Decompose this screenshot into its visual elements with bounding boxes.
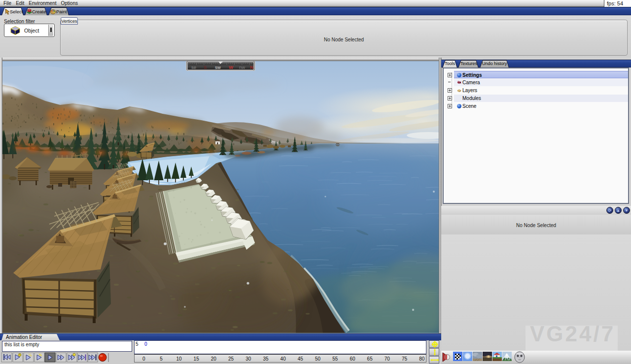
- svg-text:nw: nw: [239, 65, 245, 70]
- svg-text:S: S: [204, 65, 207, 70]
- svg-text:N: N: [250, 65, 253, 70]
- svg-text:W: W: [229, 65, 233, 70]
- svg-text:%: %: [39, 353, 42, 357]
- svg-text:sw: sw: [215, 65, 221, 70]
- svg-text:se: se: [191, 65, 196, 70]
